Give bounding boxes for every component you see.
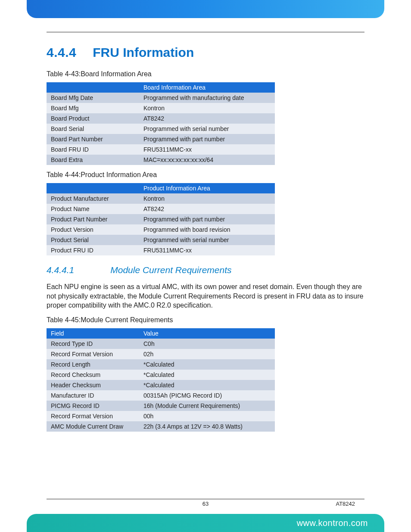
cell-key: Record Format Version <box>47 411 139 421</box>
cell-val: Programmed with serial number <box>139 235 275 245</box>
table-row: Product FRU IDFRU5311MMC-xx <box>47 245 275 255</box>
section-number: 4.4.4 <box>47 45 76 60</box>
cell-key: Record Type ID <box>47 339 139 349</box>
table-header-blank <box>47 82 139 93</box>
table-row: Manufacturer ID00315Ah (PICMG Record ID) <box>47 390 275 401</box>
subsection-heading: 4.4.4.1 Module Current Requirements <box>47 265 364 275</box>
table-45-caption: Table 4-45:Module Current Requirements <box>47 316 364 324</box>
subsection-number: 4.4.4.1 <box>47 265 74 275</box>
table-row: Header Checksum*Calculated <box>47 380 275 390</box>
cell-val: *Calculated <box>139 359 275 370</box>
cell-val: AT8242 <box>139 113 275 124</box>
top-banner <box>27 0 384 18</box>
table-row: Record Length*Calculated <box>47 359 275 370</box>
table-row: Board Part NumberProgrammed with part nu… <box>47 134 275 144</box>
cell-val: 16h (Module Current Requirements) <box>139 401 275 411</box>
cell-key: Record Checksum <box>47 370 139 380</box>
page: 4.4.4 FRU Information Table 4-43:Board I… <box>0 0 411 532</box>
table-row: Board Mfg DateProgrammed with manufactur… <box>47 93 275 103</box>
table-44-caption: Table 4-44:Product Information Area <box>47 171 364 179</box>
body-paragraph: Each NPU engine is seen as a virtual AMC… <box>47 282 364 310</box>
cell-val: 02h <box>139 349 275 359</box>
table-row: Record Format Version02h <box>47 349 275 359</box>
cell-key: Record Format Version <box>47 349 139 359</box>
cell-key: Board Extra <box>47 155 139 165</box>
cell-val: FRU5311MMC-xx <box>139 144 275 155</box>
table-header-row: Board Information Area <box>47 82 275 93</box>
cell-key: Manufacturer ID <box>47 390 139 401</box>
table-row: Product ManufacturerKontron <box>47 193 275 204</box>
table-header-blank <box>47 183 139 193</box>
content-area: 4.4.4 FRU Information Table 4-43:Board I… <box>47 41 364 434</box>
table-43: Board Information Area Board Mfg DatePro… <box>47 82 275 165</box>
cell-val: Programmed with part number <box>139 134 275 144</box>
subsection-title: Module Current Requirements <box>110 265 231 275</box>
cell-val: 00h <box>139 411 275 421</box>
table-row: Board SerialProgrammed with serial numbe… <box>47 124 275 134</box>
cell-key: Record Length <box>47 359 139 370</box>
section-heading: 4.4.4 FRU Information <box>47 45 364 60</box>
cell-val: Kontron <box>139 193 275 204</box>
table-header-row: Product Information Area <box>47 183 275 193</box>
cell-val: FRU5311MMC-xx <box>139 245 275 255</box>
table-45: Field Value Record Type IDC0h Record For… <box>47 328 275 432</box>
table-row: Product VersionProgrammed with board rev… <box>47 224 275 235</box>
table-header-right: Board Information Area <box>139 82 275 93</box>
table-43-caption: Table 4-43:Board Information Area <box>47 70 364 78</box>
bottom-banner: www.kontron.com <box>27 514 384 532</box>
table-row: Product NameAT8242 <box>47 204 275 214</box>
cell-key: Product Part Number <box>47 214 139 224</box>
cell-val: Programmed with part number <box>139 214 275 224</box>
cell-key: Product Version <box>47 224 139 235</box>
table-header-value: Value <box>139 328 275 339</box>
cell-val: *Calculated <box>139 380 275 390</box>
cell-key: Product Serial <box>47 235 139 245</box>
table-row: Record Format Version00h <box>47 411 275 421</box>
table-row: Board ExtraMAC=xx:xx:xx:xx:xx:xx/64 <box>47 155 275 165</box>
footer-doc-id: AT8242 <box>336 501 355 507</box>
table-header-field: Field <box>47 328 139 339</box>
section-title: FRU Information <box>93 45 194 60</box>
table-row: AMC Module Current Draw22h (3.4 Amps at … <box>47 421 275 432</box>
cell-val: 22h (3.4 Amps at 12V => 40.8 Watts) <box>139 421 275 432</box>
table-row: Record Checksum*Calculated <box>47 370 275 380</box>
table-row: Product SerialProgrammed with serial num… <box>47 235 275 245</box>
cell-val: MAC=xx:xx:xx:xx:xx:xx/64 <box>139 155 275 165</box>
cell-key: Board Mfg <box>47 103 139 113</box>
table-row: Record Type IDC0h <box>47 339 275 349</box>
footer-url: www.kontron.com <box>297 518 368 528</box>
cell-val: Programmed with board revision <box>139 224 275 235</box>
cell-val: AT8242 <box>139 204 275 214</box>
cell-key: Board Serial <box>47 124 139 134</box>
cell-key: Product Manufacturer <box>47 193 139 204</box>
table-row: Board ProductAT8242 <box>47 113 275 124</box>
table-row: Product Part NumberProgrammed with part … <box>47 214 275 224</box>
cell-key: Board Product <box>47 113 139 124</box>
table-row: PICMG Record ID16h (Module Current Requi… <box>47 401 275 411</box>
cell-key: PICMG Record ID <box>47 401 139 411</box>
table-header-row: Field Value <box>47 328 275 339</box>
cell-val: Programmed with manufacturing date <box>139 93 275 103</box>
cell-key: Header Checksum <box>47 380 139 390</box>
cell-key: Board Mfg Date <box>47 93 139 103</box>
cell-key: Product FRU ID <box>47 245 139 255</box>
table-row: Board FRU IDFRU5311MMC-xx <box>47 144 275 155</box>
cell-key: AMC Module Current Draw <box>47 421 139 432</box>
table-44: Product Information Area Product Manufac… <box>47 183 275 255</box>
table-row: Board MfgKontron <box>47 103 275 113</box>
cell-val: Programmed with serial number <box>139 124 275 134</box>
cell-key: Board Part Number <box>47 134 139 144</box>
cell-key: Board FRU ID <box>47 144 139 155</box>
cell-val: *Calculated <box>139 370 275 380</box>
cell-val: C0h <box>139 339 275 349</box>
cell-key: Product Name <box>47 204 139 214</box>
cell-val: 00315Ah (PICMG Record ID) <box>139 390 275 401</box>
cell-val: Kontron <box>139 103 275 113</box>
table-header-right: Product Information Area <box>139 183 275 193</box>
footer-rule <box>47 499 364 499</box>
header-rule <box>47 32 364 32</box>
